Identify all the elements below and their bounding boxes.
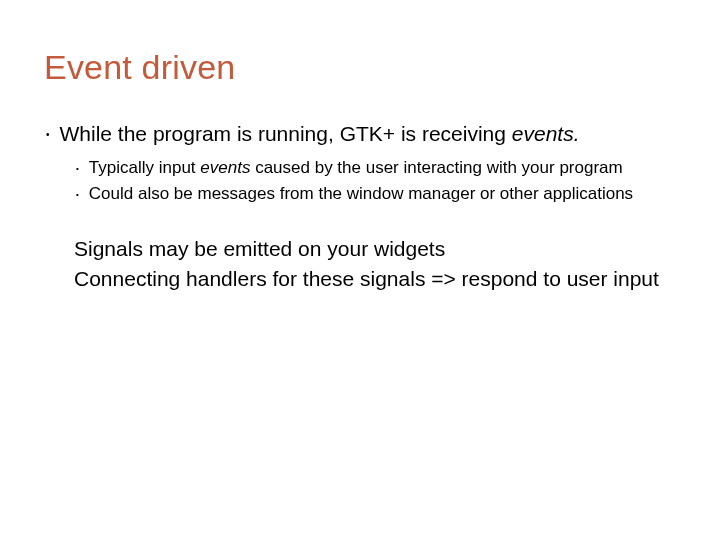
bullet-dot-icon: • — [46, 129, 50, 142]
bullet-text: Typically input events caused by the use… — [89, 157, 676, 179]
text-emphasis: events. — [512, 122, 580, 145]
text-fragment: Typically input — [89, 158, 201, 177]
bullet-text: Could also be messages from the window m… — [89, 183, 676, 205]
slide-title: Event driven — [44, 48, 676, 87]
paragraph-line: Signals may be emitted on your widgets — [74, 235, 676, 262]
bullet-text: While the program is running, GTK+ is re… — [60, 121, 676, 147]
paragraph-block: Signals may be emitted on your widgets C… — [74, 235, 676, 292]
text-fragment: caused by the user interacting with your… — [250, 158, 622, 177]
bullet-level2: • Typically input events caused by the u… — [76, 157, 676, 179]
slide: Event driven • While the program is runn… — [0, 0, 720, 540]
text-emphasis: events — [200, 158, 250, 177]
bullet-level2: • Could also be messages from the window… — [76, 183, 676, 205]
paragraph-line: Connecting handlers for these signals =>… — [74, 265, 676, 292]
bullet-dot-icon: • — [76, 164, 79, 174]
bullet-dot-icon: • — [76, 190, 79, 200]
text-fragment: While the program is running, GTK+ is re… — [60, 122, 512, 145]
bullet-level1: • While the program is running, GTK+ is … — [46, 121, 676, 147]
